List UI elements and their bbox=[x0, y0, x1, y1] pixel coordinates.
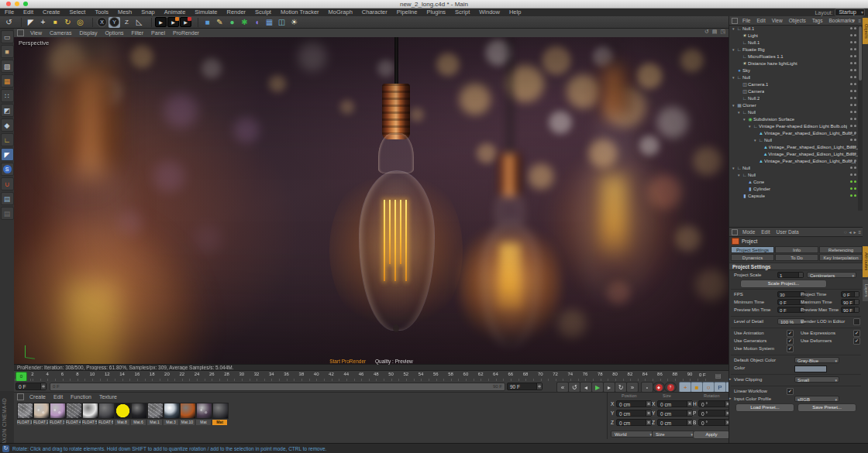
object-manager-menu-objects[interactable]: Objects bbox=[786, 18, 809, 23]
filter-icon[interactable]: ▼ bbox=[852, 19, 856, 23]
add-mograph-icon[interactable]: ✱ bbox=[239, 17, 250, 28]
material-thumbnail[interactable] bbox=[131, 403, 147, 419]
material-item[interactable]: Mat bbox=[212, 403, 228, 425]
material-item[interactable]: FLOAT 3 bbox=[50, 403, 65, 425]
material-thumbnail[interactable] bbox=[164, 403, 180, 419]
visibility-dots[interactable] bbox=[850, 166, 856, 169]
object-row-vintage-pear-shaped-edison-light-bulb-screw-cap[interactable]: ▲Vintage_Pear_shaped_Edison_Light_Bulb_s… bbox=[729, 129, 858, 136]
autokey-button[interactable]: ? bbox=[664, 382, 677, 393]
object-row-vintage-pear-shaped-edison-light-bulb-wires[interactable]: ▲Vintage_Pear_shaped_Edison_Light_Bulb_w… bbox=[729, 143, 858, 150]
search-icon[interactable]: ◌ bbox=[846, 19, 849, 23]
coord-value-field[interactable]: 0 cm bbox=[657, 410, 693, 417]
attribute-checkbox[interactable]: ✓ bbox=[787, 388, 794, 395]
visibility-dots[interactable] bbox=[850, 62, 856, 64]
burger-icon[interactable]: ≡ bbox=[858, 230, 861, 235]
material-thumbnail[interactable] bbox=[212, 403, 229, 419]
object-row-cone[interactable]: ▲Cone bbox=[729, 178, 858, 185]
object-row-null-2[interactable]: ∟Null.2 bbox=[729, 94, 858, 101]
visibility-dots[interactable] bbox=[850, 76, 856, 78]
next-frame-button[interactable]: ▸ bbox=[603, 382, 615, 393]
tab-dynamics[interactable]: Dynamics bbox=[731, 254, 774, 261]
material-thumbnail[interactable] bbox=[82, 403, 98, 419]
menu-item-file[interactable]: File bbox=[0, 9, 19, 16]
expander-icon[interactable]: ▸ bbox=[729, 396, 732, 400]
layers-side-tab[interactable]: Layers bbox=[863, 280, 868, 301]
play-button[interactable]: ▶ bbox=[591, 382, 604, 393]
axis-z-lock-icon[interactable]: Z bbox=[121, 17, 133, 28]
coord-value-field[interactable]: 0 cm bbox=[616, 410, 652, 417]
current-frame-field[interactable]: 0 F bbox=[16, 383, 46, 390]
keyframe-key-icon[interactable]: • bbox=[641, 382, 653, 393]
object-row-distance-haze-lightlight[interactable]: ☀Distance haze lightLight bbox=[729, 60, 858, 67]
color-swatch[interactable] bbox=[794, 365, 827, 372]
key-rotation-button[interactable]: ○ bbox=[702, 382, 715, 393]
add-camera-icon[interactable]: ◫ bbox=[276, 17, 288, 28]
expander-icon[interactable]: ▸ bbox=[729, 376, 732, 381]
object-row-camera-1[interactable]: ◫Camera.1 bbox=[729, 81, 858, 88]
viewport-toggle-icon[interactable]: ◳ bbox=[720, 29, 725, 35]
visibility-dots[interactable] bbox=[850, 27, 856, 29]
material-item[interactable]: Mat.1 bbox=[147, 403, 163, 425]
visibility-dots[interactable] bbox=[850, 180, 856, 183]
menu-item-sculpt[interactable]: Sculpt bbox=[250, 9, 276, 16]
object-manager-menu-view[interactable]: View bbox=[769, 18, 786, 23]
visibility-dots[interactable] bbox=[850, 34, 856, 36]
move-tool-icon[interactable]: + bbox=[37, 17, 49, 28]
attribute-checkbox[interactable]: ✓ bbox=[787, 338, 794, 345]
visibility-dots[interactable] bbox=[850, 90, 856, 92]
viewport-menu-options[interactable]: Options bbox=[101, 30, 127, 36]
axis-y-lock-icon[interactable]: Y bbox=[108, 17, 120, 28]
object-row-vintage-pear-shaped-edison-light-bulb-obj[interactable]: ▾∟Vintage Pear-shaped Edison Light Bulb.… bbox=[729, 122, 858, 129]
attribute-dropdown[interactable]: Gray-Blue bbox=[794, 357, 839, 363]
object-row-null[interactable]: ▾∟Null bbox=[729, 164, 858, 171]
coord-value-field[interactable]: 0 ° bbox=[698, 400, 731, 407]
menu-item-create[interactable]: Create bbox=[38, 9, 65, 16]
object-row-vintage-pear-shaped-edison-light-bulb-wires-1[interactable]: ▲Vintage_Pear_shaped_Edison_Light_Bulb_w… bbox=[729, 150, 858, 157]
attribute-field[interactable]: 90 F bbox=[841, 299, 859, 305]
coord-value-field[interactable]: 0 cm bbox=[616, 400, 652, 407]
visibility-dots[interactable] bbox=[850, 125, 856, 127]
add-deformer-icon[interactable]: ◖ bbox=[251, 17, 263, 28]
visibility-dots[interactable] bbox=[850, 160, 856, 162]
viewport-menu-prorender[interactable]: ProRender bbox=[169, 30, 203, 36]
material-item[interactable]: FLOAT 1 bbox=[17, 403, 33, 425]
menu-item-help[interactable]: Help bbox=[505, 9, 525, 16]
material-item[interactable]: Mat.10 bbox=[180, 403, 195, 425]
menu-item-edit[interactable]: Edit bbox=[19, 9, 38, 16]
last-tool-icon[interactable]: ◎ bbox=[74, 17, 86, 28]
save-preset-button[interactable]: Save Preset... bbox=[797, 403, 856, 412]
history-back-icon[interactable]: ◂ bbox=[849, 229, 851, 235]
visibility-dots[interactable] bbox=[850, 139, 856, 141]
objects-side-tab[interactable]: Objects bbox=[863, 18, 868, 44]
viewport-menu-display[interactable]: Display bbox=[75, 30, 101, 36]
tab-key-interpolation[interactable]: Key Interpolation bbox=[819, 254, 863, 261]
play-backwards-button[interactable]: ↺ bbox=[568, 382, 580, 393]
goto-end-button[interactable]: » bbox=[626, 382, 639, 393]
menu-item-snap[interactable]: Snap bbox=[136, 9, 160, 16]
coord-value-field[interactable]: 0 ° bbox=[698, 419, 731, 426]
visibility-dots[interactable] bbox=[850, 83, 856, 85]
visibility-dots[interactable] bbox=[850, 173, 856, 176]
visibility-dots[interactable] bbox=[850, 48, 856, 50]
material-item[interactable]: FLOAT 6 bbox=[98, 403, 114, 425]
add-cube-icon[interactable]: ■ bbox=[202, 17, 213, 28]
object-row-cloner[interactable]: ▾▦Cloner bbox=[729, 101, 858, 108]
start-prorender-button[interactable]: Start ProRender bbox=[329, 359, 366, 364]
viewport-menu-cameras[interactable]: Cameras bbox=[46, 30, 75, 36]
visibility-dots[interactable] bbox=[850, 111, 856, 113]
coord-value-field[interactable]: 0 cm bbox=[616, 419, 652, 426]
add-environment-icon[interactable]: ▦ bbox=[264, 17, 275, 28]
menu-item-render[interactable]: Render bbox=[222, 9, 251, 16]
add-generator-icon[interactable]: ● bbox=[226, 17, 238, 28]
previous-frame-button[interactable]: ◂ bbox=[580, 382, 592, 393]
rotate-tool-icon[interactable]: ↻ bbox=[62, 17, 74, 28]
menu-item-window[interactable]: Window bbox=[474, 9, 505, 16]
render-picture-viewer-icon[interactable]: ▶ bbox=[167, 17, 179, 28]
menu-item-simulate[interactable]: Simulate bbox=[190, 9, 222, 16]
edges-mode-icon[interactable]: ◩ bbox=[1, 104, 14, 117]
menu-item-motion-tracker[interactable]: Motion Tracker bbox=[276, 9, 324, 16]
coord-value-field[interactable]: 0 ° bbox=[698, 410, 731, 417]
object-row-capsule[interactable]: ▮Capsule bbox=[729, 192, 858, 199]
tab-referencing[interactable]: Referencing bbox=[819, 246, 863, 253]
axis-x-lock-icon[interactable]: X bbox=[96, 17, 108, 28]
